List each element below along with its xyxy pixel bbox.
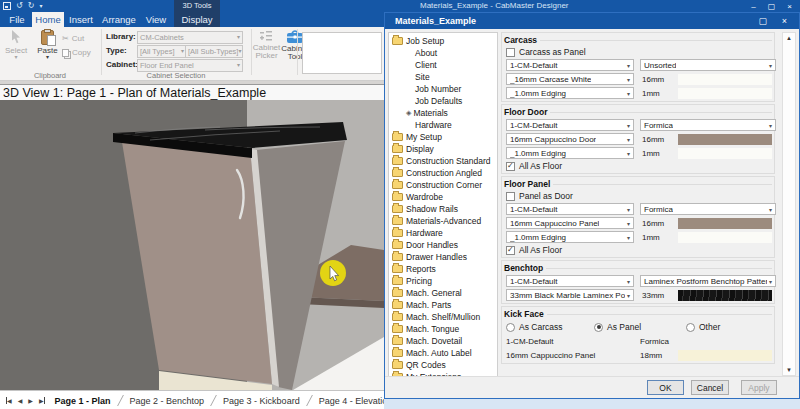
- scroll-up-icon[interactable]: ▲: [783, 33, 795, 43]
- benchtop-board-combo[interactable]: 33mm Black Marble Laminex Postform▾: [506, 289, 634, 301]
- radio-circle: [594, 323, 603, 332]
- panel-as-door-checkbox[interactable]: [506, 192, 515, 201]
- tree-item-client[interactable]: Client: [389, 59, 497, 71]
- floor-door-schedule-brand-combo[interactable]: Formica▾: [640, 119, 776, 131]
- floor-panel-all-as-floor-checkbox[interactable]: [506, 246, 515, 255]
- kick-schedule-value: Formica: [640, 337, 678, 346]
- tree-item-mach-dovetail[interactable]: Mach. Dovetail: [389, 335, 497, 347]
- tree-item-mach-shelf-mullion[interactable]: Mach. Shelf/Mullion: [389, 311, 497, 323]
- tree-item-drawer-handles[interactable]: Drawer Handles: [389, 251, 497, 263]
- ribbon-tab-arrange[interactable]: Arrange: [100, 12, 138, 27]
- redo-icon[interactable]: ↻: [28, 0, 35, 12]
- kick-face-mode-as-carcass-radio[interactable]: As Carcass: [504, 322, 594, 332]
- scroll-down-icon[interactable]: ▼: [783, 365, 795, 375]
- dialog-scrollbar[interactable]: ▲ ▼: [782, 32, 796, 376]
- last-page-button[interactable]: ▶: [39, 397, 45, 404]
- kick-board-thickness: 18mm: [640, 351, 678, 360]
- restore-button[interactable]: ▢: [768, 2, 776, 11]
- close-button[interactable]: ×: [787, 2, 792, 11]
- tree-item-door-handles[interactable]: Door Handles: [389, 239, 497, 251]
- tree-item-mach-general[interactable]: Mach. General: [389, 287, 497, 299]
- kick-schedule-row: 1-CM-DefaultFormica: [504, 335, 772, 347]
- undo-icon[interactable]: ↺: [16, 0, 23, 12]
- tree-item-about[interactable]: About: [389, 47, 497, 59]
- ribbon-tab-file[interactable]: File: [4, 12, 30, 27]
- window-title: Materials_Example - CabMaster Designer: [420, 1, 569, 10]
- tree-item-qr-codes[interactable]: QR Codes: [389, 359, 497, 371]
- first-page-button[interactable]: ◀: [6, 397, 12, 404]
- benchtop-schedule-combo[interactable]: 1-CM-Default▾: [506, 275, 634, 287]
- tree-item-materials[interactable]: ◈Materials: [389, 107, 497, 119]
- tree-item-my-setup[interactable]: My Setup: [389, 131, 497, 143]
- tree-item-label: Job Defaults: [415, 95, 462, 107]
- tree-item-mach-parts[interactable]: Mach. Parts: [389, 299, 497, 311]
- tree-item-mach-tongue[interactable]: Mach. Tongue: [389, 323, 497, 335]
- copy-button[interactable]: Copy: [62, 48, 91, 57]
- minimize-button[interactable]: –: [751, 2, 755, 11]
- tree-item-wardrobe[interactable]: Wardrobe: [389, 191, 497, 203]
- carcass-edging-combo[interactable]: _1.0mm Edging▾: [506, 87, 634, 99]
- tree-item-job-number[interactable]: Job Number: [389, 83, 497, 95]
- carcass-board-combo[interactable]: _16mm Carcase White▾: [506, 73, 634, 85]
- paste-button[interactable]: Paste ▾: [34, 30, 61, 60]
- tree-item-reports[interactable]: Reports: [389, 263, 497, 275]
- cut-button[interactable]: ✂ Cut: [62, 34, 84, 43]
- cabinet-picker-button[interactable]: Cabinet Picker: [253, 30, 280, 60]
- tree-item-construction-corner[interactable]: Construction Corner: [389, 179, 497, 191]
- carcass-as-panel-checkbox[interactable]: [506, 48, 515, 57]
- previous-page-button[interactable]: ◀: [18, 397, 23, 404]
- floor-door-board-combo[interactable]: 16mm Cappuccino Door▾: [506, 133, 634, 145]
- page-tab-page-1-plan[interactable]: Page 1 - Plan: [51, 396, 115, 406]
- floor-panel-edging-combo[interactable]: _1.0mm Edging▾: [506, 231, 634, 243]
- tree-item-job-setup[interactable]: Job Setup: [389, 35, 497, 47]
- carcass-board-combo-value: _16mm Carcase White: [510, 75, 591, 84]
- tree-item-job-defaults[interactable]: Job Defaults: [389, 95, 497, 107]
- tree-item-materials-advanced[interactable]: Materials-Advanced: [389, 215, 497, 227]
- settings-tree: Job SetupAboutClientSiteJob NumberJob De…: [388, 32, 498, 383]
- ribbon-tab-home[interactable]: Home: [32, 12, 64, 27]
- floor-door-schedule-combo[interactable]: 1-CM-Default▾: [506, 119, 634, 131]
- floor-panel-schedule-combo[interactable]: 1-CM-Default▾: [506, 203, 634, 215]
- ribbon-tab-display[interactable]: Display: [174, 12, 220, 27]
- chevron-down-icon: ▾: [769, 122, 772, 129]
- floor-door-edging-combo[interactable]: _1.0mm Edging▾: [506, 147, 634, 159]
- tree-item-construction-angled[interactable]: Construction Angled: [389, 167, 497, 179]
- chevron-down-icon: ▾: [627, 278, 630, 285]
- floor-panel-board-combo[interactable]: 16mm Cappuccino Panel▾: [506, 217, 634, 229]
- page-tab-page-2-benchtop[interactable]: Page 2 - Benchtop: [126, 396, 209, 406]
- kick-face-mode-as-panel-radio[interactable]: As Panel: [594, 322, 686, 332]
- tree-item-hardware[interactable]: Hardware: [389, 119, 497, 131]
- ok-button[interactable]: OK: [647, 380, 684, 395]
- floor-door-all-as-floor-checkbox[interactable]: [506, 162, 515, 171]
- tree-item-site[interactable]: Site: [389, 71, 497, 83]
- tree-item-pricing[interactable]: Pricing: [389, 275, 497, 287]
- dialog-maximize-button[interactable]: ▢: [758, 13, 767, 29]
- tree-item-hardware[interactable]: Hardware: [389, 227, 497, 239]
- type-combo[interactable]: [All Types] ▾: [137, 45, 187, 58]
- library-combo[interactable]: CM-Cabinets ▾: [137, 31, 243, 44]
- kick-face-mode-other-radio[interactable]: Other: [686, 322, 720, 332]
- next-page-button[interactable]: ▶: [28, 397, 33, 404]
- tree-item-mach-auto-label[interactable]: Mach. Auto Label: [389, 347, 497, 359]
- ribbon-tab-insert[interactable]: Insert: [66, 12, 96, 27]
- dialog-titlebar[interactable]: Materials_Example: [385, 13, 799, 29]
- tree-item-shadow-rails[interactable]: Shadow Rails: [389, 203, 497, 215]
- save-icon[interactable]: [3, 2, 11, 10]
- subtype-combo[interactable]: [All Sub-Types] ▾: [185, 45, 243, 58]
- dialog-footer: OKCancelApply: [385, 376, 799, 398]
- carcass-schedule-brand-combo[interactable]: Unsorted▾: [640, 59, 776, 71]
- qat-dropdown-icon[interactable]: ▾: [39, 0, 42, 12]
- floor-panel-schedule-brand-combo[interactable]: Formica▾: [640, 203, 776, 215]
- cancel-button[interactable]: Cancel: [691, 380, 729, 395]
- select-button[interactable]: Select ▾: [2, 29, 30, 60]
- tree-item-construction-standard[interactable]: Construction Standard: [389, 155, 497, 167]
- sheet-navigation: ◀ ◀ ▶ ▶: [0, 397, 51, 404]
- ribbon-tab-view[interactable]: View: [142, 12, 170, 27]
- carcass-board-thickness: 16mm: [642, 75, 678, 84]
- carcass-schedule-combo[interactable]: 1-CM-Default▾: [506, 59, 634, 71]
- benchtop-schedule-brand-combo[interactable]: Laminex Postform Benchtop Patterns▾: [640, 275, 776, 287]
- page-tab-page-3-kickboard[interactable]: Page 3 - Kickboard: [219, 396, 304, 406]
- dialog-close-button[interactable]: ×: [782, 13, 787, 29]
- 3d-viewport[interactable]: [0, 100, 384, 390]
- tree-item-display[interactable]: Display: [389, 143, 497, 155]
